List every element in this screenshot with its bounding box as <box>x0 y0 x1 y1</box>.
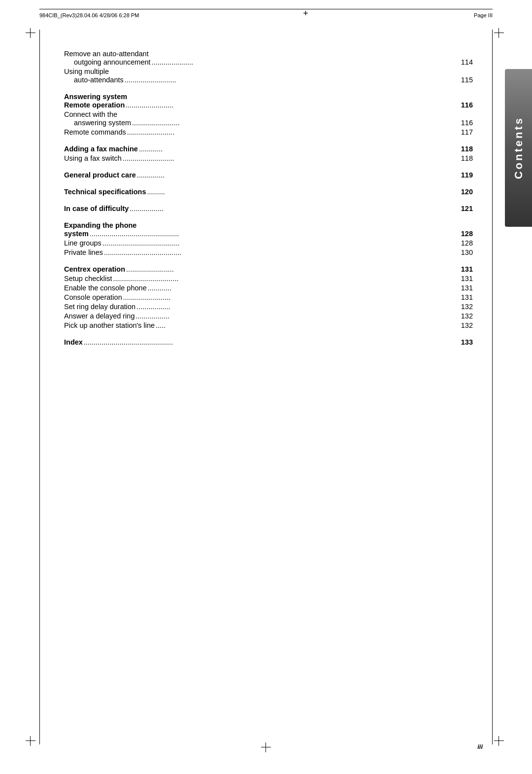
toc-text-line-groups: Line groups <box>64 239 101 247</box>
toc-dots-setup-checklist: ................................. <box>112 275 459 282</box>
gap-1 <box>64 85 473 92</box>
side-tab-label: Contents <box>512 116 525 179</box>
toc-dots-outgoing-announcement: ..................... <box>151 58 459 66</box>
page-number: iii <box>477 743 483 750</box>
toc-entry-private-lines: Private lines ..........................… <box>64 248 473 257</box>
toc-entry-enable-console: Enable the console phone ............ 13… <box>64 284 473 293</box>
corner-crosshair-bottom-right-icon <box>493 735 505 747</box>
toc-page-private-lines: 130 <box>459 248 473 256</box>
toc-text-answering-system-sub: answering system <box>64 119 131 127</box>
toc-page-technical-specs: 120 <box>459 188 473 196</box>
toc-dots-remote-operation: ........................ <box>125 101 459 109</box>
corner-crosshair-top-right-icon <box>493 27 505 39</box>
gap-2 <box>64 138 473 144</box>
toc-text-remote-commands: Remote commands <box>64 128 126 136</box>
toc-page-outgoing-announcement: 114 <box>459 58 473 66</box>
toc-heading-expanding: Expanding the phone <box>64 221 136 229</box>
header-bar: 984CIB_(Rev3)28.04.06 4/28/06 6:28 PM Pa… <box>39 9 493 19</box>
toc-heading-answering-system: Answering system <box>64 93 127 101</box>
toc-page-setup-checklist: 131 <box>459 275 473 282</box>
toc-dots-line-groups: ....................................... <box>101 239 459 247</box>
toc-dots-technical-specs: ......... <box>146 188 459 196</box>
toc-entry-in-case-difficulty: In case of difficulty ................. … <box>64 205 473 213</box>
toc-entry-using-multiple: Using multiple <box>64 68 473 75</box>
side-tab: Contents <box>505 69 532 227</box>
toc-entry-answer-delayed-ring: Answer a delayed ring ................. … <box>64 312 473 321</box>
toc-entry-using-fax-switch: Using a fax switch .....................… <box>64 154 473 163</box>
gap-8 <box>64 331 473 338</box>
toc-page-enable-console: 131 <box>459 284 473 292</box>
corner-crosshair-bottom-left-icon <box>25 735 36 747</box>
toc-entry-setup-checklist: Setup checklist ........................… <box>64 275 473 283</box>
toc-text-remote-operation: Remote operation <box>64 101 125 109</box>
toc-entry-line-groups: Line groups ............................… <box>64 239 473 248</box>
right-border <box>492 30 493 744</box>
toc-text-general-product-care: General product care <box>64 171 136 179</box>
toc-entry-system: system .................................… <box>64 230 473 239</box>
toc-content-area: Remove an auto-attendant outgoing announ… <box>64 49 473 735</box>
toc-entry-remove-auto-attendant: Remove an auto-attendant <box>64 50 473 58</box>
gap-6 <box>64 214 473 221</box>
gap-7 <box>64 258 473 265</box>
left-border <box>39 30 40 744</box>
toc-dots-index: ........................................… <box>83 338 459 346</box>
toc-dots-in-case-difficulty: ................. <box>129 205 459 212</box>
corner-crosshair-top-left-icon <box>25 27 36 39</box>
toc-dots-pick-up-station: ..... <box>155 321 459 329</box>
toc-page-answering-system-sub: 116 <box>459 119 473 127</box>
bottom-center-crosshair-icon <box>260 741 272 753</box>
toc-page-remote-commands: 117 <box>459 128 473 136</box>
toc-entry-remote-commands: Remote commands ........................… <box>64 128 473 137</box>
toc-page-using-fax-switch: 118 <box>459 154 473 162</box>
toc-text-enable-console: Enable the console phone <box>64 284 147 292</box>
toc-text-outgoing-announcement: outgoing announcement <box>64 58 151 66</box>
toc-text-in-case-difficulty: In case of difficulty <box>64 205 129 212</box>
toc-dots-private-lines: ....................................... <box>103 248 459 256</box>
toc-page-in-case-difficulty: 121 <box>459 205 473 212</box>
toc-entry-console-operation: Console operation ......................… <box>64 293 473 302</box>
toc-dots-system: ........................................… <box>89 230 459 238</box>
toc-page-line-groups: 128 <box>459 239 473 247</box>
toc-page-answer-delayed-ring: 132 <box>459 312 473 320</box>
toc-page-auto-attendants: 115 <box>459 76 473 84</box>
gap-4 <box>64 180 473 187</box>
gap-3 <box>64 164 473 171</box>
toc-entry-answering-system-sub: answering system .......................… <box>64 119 473 128</box>
toc-dots-using-fax-switch: .......................... <box>122 154 459 162</box>
toc-dots-general-product-care: .............. <box>136 171 459 179</box>
toc-text-centrex: Centrex operation <box>64 265 125 273</box>
toc-dots-centrex: ........................ <box>125 265 459 273</box>
toc-page-console-operation: 131 <box>459 293 473 301</box>
page-number-label: iii <box>477 743 483 750</box>
toc-entry-outgoing-announcement: outgoing announcement ..................… <box>64 58 473 67</box>
page-container: 984CIB_(Rev3)28.04.06 4/28/06 6:28 PM Pa… <box>0 0 532 774</box>
toc-text-technical-specs: Technical specifications <box>64 188 146 196</box>
toc-text-private-lines: Private lines <box>64 248 103 256</box>
toc-dots-set-ring-delay: ................. <box>135 303 459 311</box>
toc-page-centrex: 131 <box>459 265 473 273</box>
toc-page-index: 133 <box>459 338 473 346</box>
toc-section-expanding: Expanding the phone <box>64 221 473 229</box>
toc-text-connect-with-the: Connect with the <box>64 110 117 118</box>
toc-entry-centrex: Centrex operation ......................… <box>64 265 473 274</box>
toc-text-setup-checklist: Setup checklist <box>64 275 112 282</box>
header-file-info: 984CIB_(Rev3)28.04.06 4/28/06 6:28 PM <box>39 10 139 18</box>
toc-entry-connect-with-the: Connect with the <box>64 110 473 118</box>
toc-text-using-fax-switch: Using a fax switch <box>64 154 122 162</box>
toc-section-answering-system: Answering system <box>64 93 473 101</box>
toc-entry-pick-up-station: Pick up another station's line ..... 132 <box>64 321 473 330</box>
toc-dots-answering-system-sub: ........................ <box>131 119 459 127</box>
header-page-label: Page III <box>474 10 493 18</box>
toc-text-index: Index <box>64 338 83 346</box>
toc-text-remove-auto-attendant: Remove an auto-attendant <box>64 50 149 58</box>
toc-entry-remote-operation: Remote operation .......................… <box>64 101 473 110</box>
toc-dots-answer-delayed-ring: ................. <box>134 312 459 320</box>
gap-5 <box>64 197 473 204</box>
toc-page-system: 128 <box>459 230 473 238</box>
toc-entry-auto-attendants: auto-attendants ........................… <box>64 76 473 85</box>
toc-text-auto-attendants: auto-attendants <box>64 76 124 84</box>
toc-page-set-ring-delay: 132 <box>459 303 473 311</box>
toc-page-pick-up-station: 132 <box>459 321 473 329</box>
toc-text-pick-up-station: Pick up another station's line <box>64 321 155 329</box>
toc-entry-technical-specs: Technical specifications ......... 120 <box>64 188 473 197</box>
